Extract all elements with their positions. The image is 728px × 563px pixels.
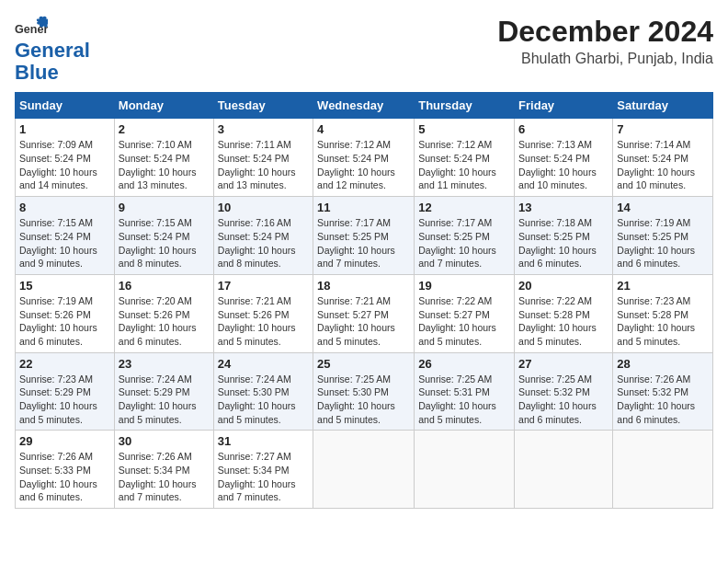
calendar-cell: 10Sunrise: 7:16 AM Sunset: 5:24 PM Dayli…	[213, 197, 313, 275]
month-title: December 2024	[497, 15, 713, 49]
weekday-sunday: Sunday	[16, 93, 115, 119]
day-info: Sunrise: 7:11 AM Sunset: 5:24 PM Dayligh…	[218, 138, 309, 192]
weekday-header-row: SundayMondayTuesdayWednesdayThursdayFrid…	[16, 93, 713, 119]
calendar-cell: 16Sunrise: 7:20 AM Sunset: 5:26 PM Dayli…	[114, 274, 213, 352]
day-info: Sunrise: 7:25 AM Sunset: 5:31 PM Dayligh…	[418, 373, 510, 427]
calendar-cell: 30Sunrise: 7:26 AM Sunset: 5:34 PM Dayli…	[114, 431, 213, 509]
calendar-cell: 2Sunrise: 7:10 AM Sunset: 5:24 PM Daylig…	[114, 119, 213, 197]
day-number: 30	[119, 434, 210, 448]
week-row-2: 8Sunrise: 7:15 AM Sunset: 5:24 PM Daylig…	[16, 197, 713, 275]
calendar-cell: 26Sunrise: 7:25 AM Sunset: 5:31 PM Dayli…	[415, 352, 515, 431]
day-number: 1	[19, 122, 110, 136]
week-row-4: 22Sunrise: 7:23 AM Sunset: 5:29 PM Dayli…	[16, 352, 713, 431]
day-number: 8	[19, 201, 110, 214]
day-info: Sunrise: 7:22 AM Sunset: 5:27 PM Dayligh…	[418, 294, 510, 349]
day-number: 25	[317, 357, 410, 371]
calendar-cell: 5Sunrise: 7:12 AM Sunset: 5:24 PM Daylig…	[415, 119, 515, 197]
day-number: 21	[617, 279, 709, 293]
day-info: Sunrise: 7:25 AM Sunset: 5:32 PM Dayligh…	[518, 373, 609, 427]
day-info: Sunrise: 7:15 AM Sunset: 5:24 PM Dayligh…	[119, 216, 210, 270]
logo-blue: Blue	[15, 63, 59, 83]
day-number: 15	[19, 279, 110, 293]
day-number: 6	[518, 122, 609, 136]
day-number: 7	[617, 122, 709, 136]
calendar-cell: 8Sunrise: 7:15 AM Sunset: 5:24 PM Daylig…	[16, 197, 115, 275]
day-number: 22	[19, 357, 110, 371]
day-info: Sunrise: 7:20 AM Sunset: 5:26 PM Dayligh…	[119, 294, 210, 349]
day-number: 14	[617, 201, 709, 214]
day-info: Sunrise: 7:18 AM Sunset: 5:25 PM Dayligh…	[518, 216, 609, 270]
day-number: 26	[418, 357, 510, 371]
logo-general: General	[15, 39, 90, 62]
calendar-cell: 27Sunrise: 7:25 AM Sunset: 5:32 PM Dayli…	[515, 352, 613, 431]
calendar-cell: 19Sunrise: 7:22 AM Sunset: 5:27 PM Dayli…	[415, 274, 515, 352]
day-info: Sunrise: 7:21 AM Sunset: 5:27 PM Dayligh…	[317, 294, 410, 349]
day-number: 16	[119, 279, 210, 293]
day-info: Sunrise: 7:26 AM Sunset: 5:33 PM Dayligh…	[19, 450, 110, 504]
calendar-cell: 6Sunrise: 7:13 AM Sunset: 5:24 PM Daylig…	[515, 119, 613, 197]
day-info: Sunrise: 7:10 AM Sunset: 5:24 PM Dayligh…	[119, 138, 210, 192]
day-info: Sunrise: 7:19 AM Sunset: 5:25 PM Dayligh…	[617, 216, 709, 270]
calendar-cell: 21Sunrise: 7:23 AM Sunset: 5:28 PM Dayli…	[613, 274, 713, 352]
calendar-cell	[313, 431, 415, 509]
week-row-5: 29Sunrise: 7:26 AM Sunset: 5:33 PM Dayli…	[16, 431, 713, 509]
weekday-saturday: Saturday	[613, 93, 713, 119]
day-info: Sunrise: 7:24 AM Sunset: 5:30 PM Dayligh…	[218, 373, 309, 427]
calendar-cell: 25Sunrise: 7:25 AM Sunset: 5:30 PM Dayli…	[313, 352, 415, 431]
day-number: 2	[119, 122, 210, 136]
day-info: Sunrise: 7:23 AM Sunset: 5:29 PM Dayligh…	[19, 373, 110, 427]
calendar-cell	[415, 431, 515, 509]
weekday-monday: Monday	[114, 93, 213, 119]
calendar-cell: 12Sunrise: 7:17 AM Sunset: 5:25 PM Dayli…	[415, 197, 515, 275]
calendar-cell: 13Sunrise: 7:18 AM Sunset: 5:25 PM Dayli…	[515, 197, 613, 275]
calendar-cell: 7Sunrise: 7:14 AM Sunset: 5:24 PM Daylig…	[613, 119, 713, 197]
calendar-cell: 4Sunrise: 7:12 AM Sunset: 5:24 PM Daylig…	[313, 119, 415, 197]
day-number: 31	[218, 434, 309, 448]
weekday-wednesday: Wednesday	[313, 93, 415, 119]
day-number: 3	[218, 122, 309, 136]
day-number: 17	[218, 279, 309, 293]
day-info: Sunrise: 7:16 AM Sunset: 5:24 PM Dayligh…	[218, 216, 309, 270]
calendar: SundayMondayTuesdayWednesdayThursdayFrid…	[15, 92, 713, 509]
day-number: 27	[518, 357, 609, 371]
calendar-cell: 23Sunrise: 7:24 AM Sunset: 5:29 PM Dayli…	[114, 352, 213, 431]
day-info: Sunrise: 7:27 AM Sunset: 5:34 PM Dayligh…	[218, 450, 309, 504]
logo: General General Blue	[15, 15, 90, 83]
calendar-cell: 9Sunrise: 7:15 AM Sunset: 5:24 PM Daylig…	[114, 197, 213, 275]
day-info: Sunrise: 7:22 AM Sunset: 5:28 PM Dayligh…	[518, 294, 609, 349]
weekday-thursday: Thursday	[415, 93, 515, 119]
calendar-cell: 11Sunrise: 7:17 AM Sunset: 5:25 PM Dayli…	[313, 197, 415, 275]
day-info: Sunrise: 7:09 AM Sunset: 5:24 PM Dayligh…	[19, 138, 110, 192]
header: General General Blue December 2024 Bhula…	[15, 15, 713, 83]
calendar-cell: 17Sunrise: 7:21 AM Sunset: 5:26 PM Dayli…	[213, 274, 313, 352]
calendar-cell	[515, 431, 613, 509]
calendar-cell	[613, 431, 713, 509]
location-title: Bhulath Gharbi, Punjab, India	[497, 51, 713, 67]
day-number: 24	[218, 357, 309, 371]
day-number: 12	[418, 201, 510, 214]
day-number: 11	[317, 201, 410, 214]
day-number: 20	[518, 279, 609, 293]
calendar-cell: 31Sunrise: 7:27 AM Sunset: 5:34 PM Dayli…	[213, 431, 313, 509]
calendar-cell: 14Sunrise: 7:19 AM Sunset: 5:25 PM Dayli…	[613, 197, 713, 275]
day-number: 10	[218, 201, 309, 214]
day-info: Sunrise: 7:12 AM Sunset: 5:24 PM Dayligh…	[418, 138, 510, 192]
day-number: 18	[317, 279, 410, 293]
day-info: Sunrise: 7:14 AM Sunset: 5:24 PM Dayligh…	[617, 138, 709, 192]
calendar-cell: 22Sunrise: 7:23 AM Sunset: 5:29 PM Dayli…	[16, 352, 115, 431]
day-info: Sunrise: 7:13 AM Sunset: 5:24 PM Dayligh…	[518, 138, 609, 192]
weekday-friday: Friday	[515, 93, 613, 119]
day-info: Sunrise: 7:26 AM Sunset: 5:34 PM Dayligh…	[119, 450, 210, 504]
calendar-cell: 15Sunrise: 7:19 AM Sunset: 5:26 PM Dayli…	[16, 274, 115, 352]
day-info: Sunrise: 7:23 AM Sunset: 5:28 PM Dayligh…	[617, 294, 709, 349]
day-info: Sunrise: 7:17 AM Sunset: 5:25 PM Dayligh…	[418, 216, 510, 270]
week-row-3: 15Sunrise: 7:19 AM Sunset: 5:26 PM Dayli…	[16, 274, 713, 352]
calendar-cell: 3Sunrise: 7:11 AM Sunset: 5:24 PM Daylig…	[213, 119, 313, 197]
day-number: 23	[119, 357, 210, 371]
day-number: 4	[317, 122, 410, 136]
calendar-cell: 28Sunrise: 7:26 AM Sunset: 5:32 PM Dayli…	[613, 352, 713, 431]
day-number: 19	[418, 279, 510, 293]
day-info: Sunrise: 7:15 AM Sunset: 5:24 PM Dayligh…	[19, 216, 110, 270]
day-number: 28	[617, 357, 709, 371]
calendar-cell: 29Sunrise: 7:26 AM Sunset: 5:33 PM Dayli…	[16, 431, 115, 509]
